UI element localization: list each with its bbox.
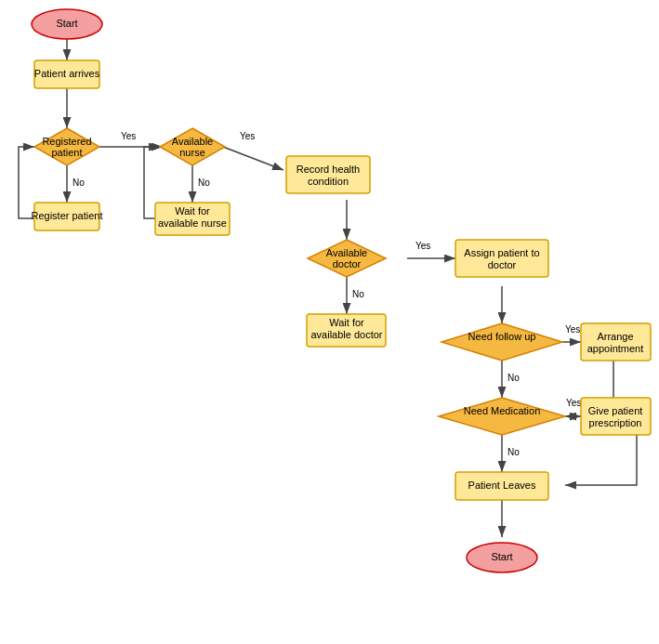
svg-line-5 bbox=[223, 147, 283, 170]
give-prescription-label2: prescription bbox=[589, 417, 642, 428]
flowchart: Yes No Yes No Yes No Yes No Yes bbox=[0, 0, 659, 644]
patient-arrives-label: Patient arrives bbox=[34, 68, 100, 79]
start-label: Start bbox=[56, 18, 77, 29]
registered-patient-label2: patient bbox=[51, 147, 82, 158]
give-prescription-label: Give patient bbox=[588, 405, 643, 416]
available-doctor-label2: doctor bbox=[333, 258, 362, 269]
label-no-3: No bbox=[352, 289, 364, 299]
registered-patient-label: Registered bbox=[42, 136, 91, 147]
available-nurse-label2: nurse bbox=[179, 147, 205, 158]
need-followup-node bbox=[442, 323, 562, 361]
need-medication-label: Need Medication bbox=[464, 405, 541, 416]
patient-leaves-label: Patient Leaves bbox=[468, 480, 536, 491]
arrange-appointment-label: Arrange bbox=[597, 331, 633, 342]
label-yes-2: Yes bbox=[240, 131, 255, 141]
need-followup-label: Need follow up bbox=[468, 331, 536, 342]
label-no-4: No bbox=[507, 373, 520, 383]
label-yes-3: Yes bbox=[415, 241, 430, 251]
wait-nurse-label2: available nurse bbox=[158, 217, 227, 229]
label-no-5: No bbox=[507, 447, 520, 457]
wait-doctor-label2: available doctor bbox=[310, 329, 382, 340]
assign-doctor-label2: doctor bbox=[488, 259, 517, 270]
wait-nurse-label: Wait for bbox=[175, 205, 210, 217]
label-no-1: No bbox=[72, 177, 85, 188]
label-no-2: No bbox=[198, 177, 210, 188]
available-doctor-label: Available bbox=[326, 247, 367, 258]
end-label: Start bbox=[491, 551, 512, 562]
record-health-label: Record health bbox=[297, 164, 361, 175]
arrange-appointment-label2: appointment bbox=[587, 343, 644, 354]
register-patient-label: Register patient bbox=[31, 210, 102, 221]
assign-doctor-label: Assign patient to bbox=[464, 247, 539, 258]
label-yes-1: Yes bbox=[121, 131, 136, 141]
wait-doctor-label: Wait for bbox=[329, 317, 364, 328]
label-yes-4: Yes bbox=[565, 324, 580, 335]
need-medication-node bbox=[439, 398, 565, 435]
record-health-label2: condition bbox=[308, 176, 349, 187]
available-nurse-label: Available bbox=[172, 136, 213, 147]
label-yes-5: Yes bbox=[566, 398, 581, 408]
